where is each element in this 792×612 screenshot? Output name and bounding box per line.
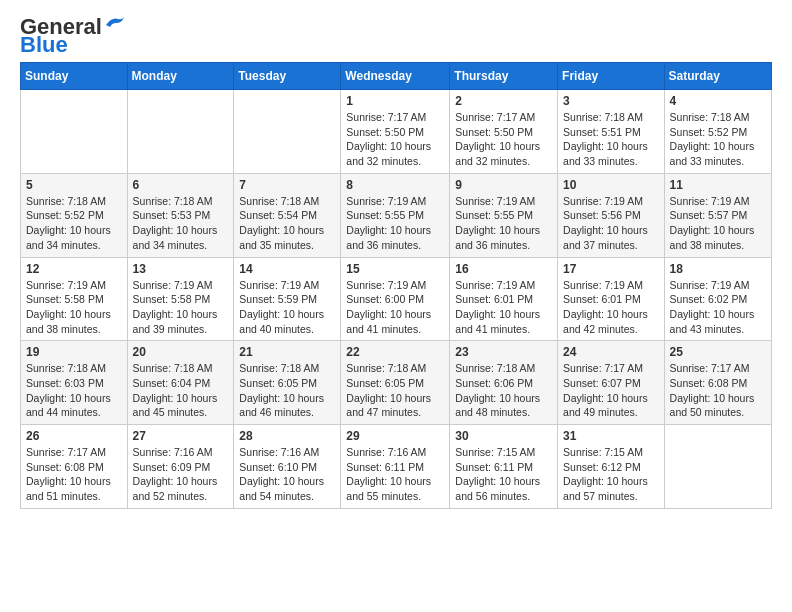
calendar-cell: 15Sunrise: 7:19 AM Sunset: 6:00 PM Dayli… xyxy=(341,257,450,341)
day-number: 26 xyxy=(26,429,122,443)
day-info: Sunrise: 7:19 AM Sunset: 6:00 PM Dayligh… xyxy=(346,278,444,337)
day-info: Sunrise: 7:19 AM Sunset: 5:56 PM Dayligh… xyxy=(563,194,659,253)
calendar-cell: 20Sunrise: 7:18 AM Sunset: 6:04 PM Dayli… xyxy=(127,341,234,425)
calendar-week-row: 1Sunrise: 7:17 AM Sunset: 5:50 PM Daylig… xyxy=(21,90,772,174)
day-number: 23 xyxy=(455,345,552,359)
day-info: Sunrise: 7:15 AM Sunset: 6:11 PM Dayligh… xyxy=(455,445,552,504)
day-info: Sunrise: 7:18 AM Sunset: 5:52 PM Dayligh… xyxy=(26,194,122,253)
calendar-cell: 19Sunrise: 7:18 AM Sunset: 6:03 PM Dayli… xyxy=(21,341,128,425)
calendar-cell: 28Sunrise: 7:16 AM Sunset: 6:10 PM Dayli… xyxy=(234,425,341,509)
day-info: Sunrise: 7:18 AM Sunset: 5:52 PM Dayligh… xyxy=(670,110,766,169)
day-number: 24 xyxy=(563,345,659,359)
day-info: Sunrise: 7:18 AM Sunset: 6:04 PM Dayligh… xyxy=(133,361,229,420)
calendar-cell: 25Sunrise: 7:17 AM Sunset: 6:08 PM Dayli… xyxy=(664,341,771,425)
calendar-cell: 27Sunrise: 7:16 AM Sunset: 6:09 PM Dayli… xyxy=(127,425,234,509)
day-info: Sunrise: 7:17 AM Sunset: 5:50 PM Dayligh… xyxy=(346,110,444,169)
day-info: Sunrise: 7:17 AM Sunset: 6:07 PM Dayligh… xyxy=(563,361,659,420)
calendar-cell: 6Sunrise: 7:18 AM Sunset: 5:53 PM Daylig… xyxy=(127,173,234,257)
day-info: Sunrise: 7:18 AM Sunset: 6:05 PM Dayligh… xyxy=(346,361,444,420)
calendar-cell: 12Sunrise: 7:19 AM Sunset: 5:58 PM Dayli… xyxy=(21,257,128,341)
day-number: 21 xyxy=(239,345,335,359)
calendar-cell: 31Sunrise: 7:15 AM Sunset: 6:12 PM Dayli… xyxy=(558,425,665,509)
calendar-cell: 18Sunrise: 7:19 AM Sunset: 6:02 PM Dayli… xyxy=(664,257,771,341)
day-number: 20 xyxy=(133,345,229,359)
calendar-cell: 9Sunrise: 7:19 AM Sunset: 5:55 PM Daylig… xyxy=(450,173,558,257)
day-number: 18 xyxy=(670,262,766,276)
weekday-header-sunday: Sunday xyxy=(21,63,128,90)
weekday-header-thursday: Thursday xyxy=(450,63,558,90)
day-number: 6 xyxy=(133,178,229,192)
day-info: Sunrise: 7:16 AM Sunset: 6:10 PM Dayligh… xyxy=(239,445,335,504)
day-number: 29 xyxy=(346,429,444,443)
logo: General Blue xyxy=(20,16,126,56)
day-number: 1 xyxy=(346,94,444,108)
logo-blue: Blue xyxy=(20,34,68,56)
day-info: Sunrise: 7:19 AM Sunset: 5:58 PM Dayligh… xyxy=(26,278,122,337)
calendar-cell: 14Sunrise: 7:19 AM Sunset: 5:59 PM Dayli… xyxy=(234,257,341,341)
day-number: 7 xyxy=(239,178,335,192)
page: General Blue SundayMondayTuesdayWednesda… xyxy=(0,0,792,525)
day-info: Sunrise: 7:19 AM Sunset: 6:02 PM Dayligh… xyxy=(670,278,766,337)
day-info: Sunrise: 7:19 AM Sunset: 5:55 PM Dayligh… xyxy=(455,194,552,253)
day-info: Sunrise: 7:17 AM Sunset: 5:50 PM Dayligh… xyxy=(455,110,552,169)
day-number: 17 xyxy=(563,262,659,276)
calendar-cell: 13Sunrise: 7:19 AM Sunset: 5:58 PM Dayli… xyxy=(127,257,234,341)
calendar-cell: 4Sunrise: 7:18 AM Sunset: 5:52 PM Daylig… xyxy=(664,90,771,174)
calendar-week-row: 26Sunrise: 7:17 AM Sunset: 6:08 PM Dayli… xyxy=(21,425,772,509)
logo-bird-icon xyxy=(104,15,126,35)
day-number: 9 xyxy=(455,178,552,192)
calendar-cell: 23Sunrise: 7:18 AM Sunset: 6:06 PM Dayli… xyxy=(450,341,558,425)
day-info: Sunrise: 7:19 AM Sunset: 5:58 PM Dayligh… xyxy=(133,278,229,337)
calendar-cell: 21Sunrise: 7:18 AM Sunset: 6:05 PM Dayli… xyxy=(234,341,341,425)
day-info: Sunrise: 7:19 AM Sunset: 6:01 PM Dayligh… xyxy=(455,278,552,337)
calendar-cell: 7Sunrise: 7:18 AM Sunset: 5:54 PM Daylig… xyxy=(234,173,341,257)
day-number: 19 xyxy=(26,345,122,359)
day-number: 10 xyxy=(563,178,659,192)
calendar-cell: 16Sunrise: 7:19 AM Sunset: 6:01 PM Dayli… xyxy=(450,257,558,341)
day-info: Sunrise: 7:19 AM Sunset: 6:01 PM Dayligh… xyxy=(563,278,659,337)
day-number: 3 xyxy=(563,94,659,108)
day-number: 27 xyxy=(133,429,229,443)
day-number: 11 xyxy=(670,178,766,192)
day-number: 30 xyxy=(455,429,552,443)
weekday-header-monday: Monday xyxy=(127,63,234,90)
day-info: Sunrise: 7:17 AM Sunset: 6:08 PM Dayligh… xyxy=(670,361,766,420)
day-number: 12 xyxy=(26,262,122,276)
calendar-cell: 3Sunrise: 7:18 AM Sunset: 5:51 PM Daylig… xyxy=(558,90,665,174)
calendar-cell: 26Sunrise: 7:17 AM Sunset: 6:08 PM Dayli… xyxy=(21,425,128,509)
day-number: 8 xyxy=(346,178,444,192)
calendar-week-row: 19Sunrise: 7:18 AM Sunset: 6:03 PM Dayli… xyxy=(21,341,772,425)
calendar-cell: 29Sunrise: 7:16 AM Sunset: 6:11 PM Dayli… xyxy=(341,425,450,509)
day-number: 15 xyxy=(346,262,444,276)
calendar-cell: 24Sunrise: 7:17 AM Sunset: 6:07 PM Dayli… xyxy=(558,341,665,425)
day-number: 16 xyxy=(455,262,552,276)
day-info: Sunrise: 7:16 AM Sunset: 6:09 PM Dayligh… xyxy=(133,445,229,504)
calendar-cell: 5Sunrise: 7:18 AM Sunset: 5:52 PM Daylig… xyxy=(21,173,128,257)
day-info: Sunrise: 7:17 AM Sunset: 6:08 PM Dayligh… xyxy=(26,445,122,504)
day-info: Sunrise: 7:16 AM Sunset: 6:11 PM Dayligh… xyxy=(346,445,444,504)
calendar-cell: 17Sunrise: 7:19 AM Sunset: 6:01 PM Dayli… xyxy=(558,257,665,341)
calendar-cell xyxy=(234,90,341,174)
weekday-header-wednesday: Wednesday xyxy=(341,63,450,90)
day-number: 2 xyxy=(455,94,552,108)
day-info: Sunrise: 7:19 AM Sunset: 5:59 PM Dayligh… xyxy=(239,278,335,337)
day-info: Sunrise: 7:19 AM Sunset: 5:57 PM Dayligh… xyxy=(670,194,766,253)
calendar-table: SundayMondayTuesdayWednesdayThursdayFrid… xyxy=(20,62,772,509)
day-info: Sunrise: 7:18 AM Sunset: 6:06 PM Dayligh… xyxy=(455,361,552,420)
day-info: Sunrise: 7:18 AM Sunset: 5:53 PM Dayligh… xyxy=(133,194,229,253)
day-info: Sunrise: 7:18 AM Sunset: 6:05 PM Dayligh… xyxy=(239,361,335,420)
calendar-cell xyxy=(664,425,771,509)
calendar-cell xyxy=(21,90,128,174)
weekday-header-tuesday: Tuesday xyxy=(234,63,341,90)
weekday-header-saturday: Saturday xyxy=(664,63,771,90)
calendar-cell: 30Sunrise: 7:15 AM Sunset: 6:11 PM Dayli… xyxy=(450,425,558,509)
calendar-cell: 11Sunrise: 7:19 AM Sunset: 5:57 PM Dayli… xyxy=(664,173,771,257)
calendar-cell: 22Sunrise: 7:18 AM Sunset: 6:05 PM Dayli… xyxy=(341,341,450,425)
day-number: 13 xyxy=(133,262,229,276)
weekday-header-row: SundayMondayTuesdayWednesdayThursdayFrid… xyxy=(21,63,772,90)
calendar-cell: 2Sunrise: 7:17 AM Sunset: 5:50 PM Daylig… xyxy=(450,90,558,174)
day-info: Sunrise: 7:19 AM Sunset: 5:55 PM Dayligh… xyxy=(346,194,444,253)
day-number: 31 xyxy=(563,429,659,443)
day-info: Sunrise: 7:18 AM Sunset: 6:03 PM Dayligh… xyxy=(26,361,122,420)
day-number: 25 xyxy=(670,345,766,359)
